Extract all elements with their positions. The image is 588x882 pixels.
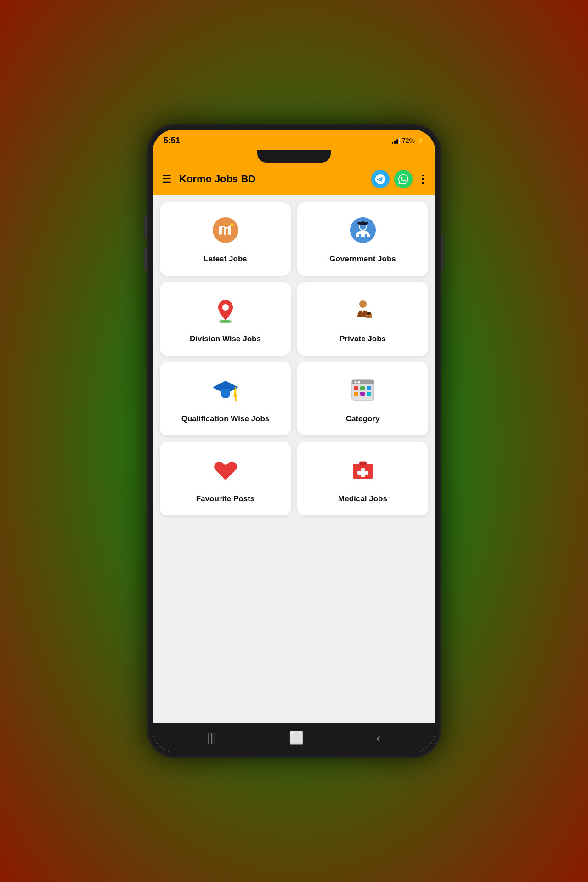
header-icons: ⋮ [371, 170, 428, 188]
phone-screen: 5:51 72% ⚡ ☰ Kormo Jobs BD [153, 130, 435, 752]
division-wise-jobs-label: Division Wise Jobs [190, 334, 261, 344]
medical-jobs-card[interactable]: Medical Jobs [297, 442, 428, 515]
app-header: ☰ Kormo Jobs BD ⋮ [153, 165, 435, 195]
category-card[interactable]: Category [297, 362, 428, 435]
battery-level: 72% [402, 137, 415, 144]
card-grid: Latest Jobs [160, 202, 428, 515]
svg-rect-9 [365, 234, 367, 237]
division-wise-jobs-card[interactable]: Division Wise Jobs [160, 282, 291, 356]
app-title: Kormo Jobs BD [179, 173, 366, 185]
medical-jobs-label: Medical Jobs [338, 494, 387, 504]
qualification-wise-jobs-label: Qualification Wise Jobs [181, 414, 270, 424]
content-area: Latest Jobs [153, 195, 435, 723]
latest-jobs-icon [212, 216, 239, 248]
svg-rect-8 [359, 234, 361, 237]
government-jobs-label: Government Jobs [329, 254, 396, 264]
svg-point-35 [357, 381, 360, 383]
battery-icon: ⚡ [417, 137, 424, 144]
favourite-posts-label: Favourite Posts [196, 494, 255, 504]
home-button[interactable]: ⬜ [280, 727, 313, 749]
category-label: Category [346, 414, 380, 424]
svg-rect-45 [357, 471, 368, 475]
svg-rect-3 [228, 226, 231, 235]
hamburger-button[interactable]: ☰ [160, 171, 174, 187]
svg-point-34 [354, 381, 356, 383]
status-time: 5:51 [164, 136, 180, 146]
latest-jobs-card[interactable]: Latest Jobs [160, 202, 291, 276]
bottom-navigation: ||| ⬜ ‹ [153, 723, 435, 752]
signal-bars [392, 137, 400, 144]
svg-point-16 [359, 300, 367, 308]
svg-rect-12 [362, 221, 364, 223]
more-button[interactable]: ⋮ [417, 173, 428, 186]
qualification-wise-jobs-card[interactable]: Qualification Wise Jobs [160, 362, 291, 435]
whatsapp-button[interactable] [394, 170, 413, 188]
svg-point-13 [222, 304, 229, 311]
division-wise-jobs-icon [212, 296, 239, 328]
side-button-power [441, 234, 444, 271]
medical-jobs-icon [349, 456, 377, 487]
svg-point-15 [219, 320, 232, 323]
status-bar: 5:51 72% ⚡ [153, 130, 435, 150]
private-jobs-label: Private Jobs [339, 334, 386, 344]
recent-apps-button[interactable]: ||| [198, 727, 226, 749]
private-jobs-icon [349, 296, 377, 328]
back-button[interactable]: ‹ [367, 726, 390, 749]
svg-rect-38 [367, 386, 371, 390]
category-icon [349, 376, 377, 407]
svg-rect-43 [359, 462, 367, 465]
svg-rect-40 [360, 392, 365, 396]
phone-frame: 5:51 72% ⚡ ☰ Kormo Jobs BD [147, 124, 441, 758]
side-button-volume-down [144, 248, 147, 271]
telegram-icon [375, 174, 385, 184]
status-right: 72% ⚡ [392, 137, 424, 144]
svg-rect-39 [354, 392, 358, 396]
notch [257, 150, 331, 163]
telegram-button[interactable] [371, 170, 390, 188]
private-jobs-card[interactable]: Private Jobs [297, 282, 428, 356]
svg-rect-36 [354, 386, 358, 390]
whatsapp-icon [398, 174, 408, 184]
side-button-volume-up [144, 216, 147, 239]
svg-rect-37 [360, 386, 365, 390]
svg-rect-41 [367, 392, 371, 396]
notch-area [153, 150, 435, 165]
favourite-posts-icon [212, 456, 239, 487]
favourite-posts-card[interactable]: Favourite Posts [160, 442, 291, 515]
government-jobs-card[interactable]: Government Jobs [297, 202, 428, 276]
government-jobs-icon [349, 216, 377, 248]
qualification-wise-jobs-icon [212, 376, 239, 407]
svg-rect-2 [224, 228, 226, 235]
latest-jobs-label: Latest Jobs [204, 254, 247, 264]
svg-point-4 [231, 223, 233, 226]
